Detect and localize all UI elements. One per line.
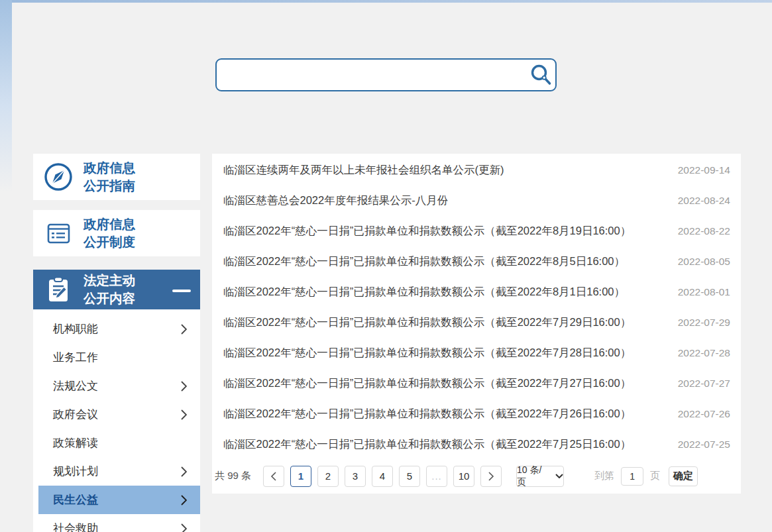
list-item: 临淄区慈善总会2022年度年报结果公示-八月份 2022-08-24 <box>212 186 741 216</box>
news-date: 2022-08-24 <box>678 195 730 207</box>
sidebar-item-organization-functions[interactable]: 机构职能 <box>33 315 200 343</box>
card-label-line2: 公开指南 <box>83 177 135 195</box>
chevron-right-icon <box>181 466 187 477</box>
menu-label: 政府会议 <box>53 407 98 422</box>
news-link[interactable]: 临淄区2022年“慈心一日捐”已捐款单位和捐款数额公示（截至2022年7月28日… <box>223 346 631 360</box>
ledger-icon <box>33 217 83 249</box>
list-item: 临淄区2022年“慈心一日捐”已捐款单位和捐款数额公示（截至2022年7月29日… <box>212 307 741 338</box>
news-date: 2022-07-25 <box>678 439 730 451</box>
goto-page-input[interactable] <box>621 467 643 486</box>
news-link[interactable]: 临淄区2022年“慈心一日捐”已捐款单位和捐款数额公示（截至2022年8月19日… <box>223 224 631 239</box>
news-date: 2022-07-29 <box>678 317 730 329</box>
search-icon <box>529 63 553 87</box>
total-count-label: 共 99 条 <box>215 470 251 482</box>
page-button-10[interactable]: 10 <box>453 466 474 487</box>
chevron-right-icon <box>181 523 187 532</box>
menu-label: 社会救助 <box>53 521 98 532</box>
news-date: 2022-08-05 <box>678 256 730 268</box>
sidebar-submenu: 机构职能 业务工作 法规公文 政府会议 政策解读 规划计划 民生 <box>33 309 200 532</box>
chevron-right-icon <box>181 381 187 392</box>
news-date: 2022-07-28 <box>678 347 730 359</box>
list-item: 临淄区2022年“慈心一日捐”已捐款单位和捐款数额公示（截至2022年7月27日… <box>212 368 741 399</box>
prev-page-button[interactable] <box>263 466 284 487</box>
sidebar-item-regulations-documents[interactable]: 法规公文 <box>33 372 200 400</box>
menu-label: 法规公文 <box>53 378 98 394</box>
search-input[interactable] <box>217 62 526 87</box>
sidebar-item-government-meetings[interactable]: 政府会议 <box>33 400 200 429</box>
goto-page-suffix-label: 页 <box>650 470 660 482</box>
confirm-button[interactable]: 确定 <box>669 466 698 486</box>
card-label-line1: 政府信息 <box>83 159 135 177</box>
page-button-1[interactable]: 1 <box>290 466 311 487</box>
news-link[interactable]: 临淄区慈善总会2022年度年报结果公示-八月份 <box>223 193 448 208</box>
top-gradient-strip <box>0 0 772 3</box>
chevron-down-icon <box>555 474 563 478</box>
chevron-left-icon <box>270 472 277 481</box>
list-item: 临淄区2022年“慈心一日捐”已捐款单位和捐款数额公示（截至2022年8月1日1… <box>212 277 741 307</box>
list-item: 临淄区连续两年及两年以上未年报社会组织名单公示(更新) 2022-09-14 <box>212 155 741 186</box>
sidebar-item-public-welfare[interactable]: 民生公益 <box>38 486 200 514</box>
chevron-right-icon <box>181 324 187 335</box>
menu-label: 民生公益 <box>53 492 98 507</box>
page-button-5[interactable]: 5 <box>399 466 420 487</box>
news-link[interactable]: 临淄区2022年“慈心一日捐”已捐款单位和捐款数额公示（截至2022年7月29日… <box>223 315 631 330</box>
news-date: 2022-07-26 <box>678 408 730 420</box>
page-button-3[interactable]: 3 <box>345 466 366 487</box>
news-link[interactable]: 临淄区2022年“慈心一日捐”已捐款单位和捐款数额公示（截至2022年8月5日1… <box>223 254 625 269</box>
next-page-button[interactable] <box>480 466 502 487</box>
news-list: 临淄区连续两年及两年以上未年报社会组织名单公示(更新) 2022-09-14 临… <box>212 154 741 460</box>
sidebar-item-planning[interactable]: 规划计划 <box>33 457 200 486</box>
news-date: 2022-08-01 <box>678 286 730 298</box>
list-item: 临淄区2022年“慈心一日捐”已捐款单位和捐款数额公示（截至2022年7月26日… <box>212 399 741 429</box>
sidebar: 政府信息 公开指南 政府信息 公开制度 <box>33 154 200 532</box>
news-link[interactable]: 临淄区2022年“慈心一日捐”已捐款单位和捐款数额公示（截至2022年7月26日… <box>223 407 631 421</box>
chevron-right-icon <box>181 409 187 420</box>
list-item: 临淄区2022年“慈心一日捐”已捐款单位和捐款数额公示（截至2022年8月5日1… <box>212 246 741 277</box>
list-item: 临淄区2022年“慈心一日捐”已捐款单位和捐款数额公示（截至2022年8月19日… <box>212 216 741 246</box>
menu-label: 规划计划 <box>53 464 98 479</box>
pagination-bar: 共 99 条 1 2 3 4 5 ... 10 10 条/页 到第 页 确定 <box>212 460 741 492</box>
list-item: 临淄区2022年“慈心一日捐”已捐款单位和捐款数额公示（截至2022年7月25日… <box>212 429 741 460</box>
chevron-right-icon <box>488 472 494 481</box>
goto-page-prefix-label: 到第 <box>594 470 614 482</box>
news-link[interactable]: 临淄区2022年“慈心一日捐”已捐款单位和捐款数额公示（截至2022年7月27日… <box>223 376 631 391</box>
sidebar-item-social-assistance[interactable]: 社会救助 <box>33 514 200 532</box>
clipboard-pen-icon <box>33 274 83 305</box>
page: 政府信息 公开指南 政府信息 公开制度 <box>0 0 772 532</box>
sidebar-card-disclosure-guide[interactable]: 政府信息 公开指南 <box>33 154 200 200</box>
news-date: 2022-09-14 <box>678 164 730 176</box>
search-button[interactable] <box>526 60 555 89</box>
search-bar <box>215 58 557 91</box>
list-item: 临淄区2022年“慈心一日捐”已捐款单位和捐款数额公示（截至2022年7月28日… <box>212 338 741 368</box>
page-size-label: 10 条/页 <box>517 464 551 488</box>
card-label-line1: 政府信息 <box>83 215 135 233</box>
sidebar-item-business-work[interactable]: 业务工作 <box>33 343 200 372</box>
sidebar-item-policy-interpretation[interactable]: 政策解读 <box>33 429 200 457</box>
minus-icon[interactable] <box>172 290 191 292</box>
page-ellipsis-button[interactable]: ... <box>426 466 447 487</box>
left-gradient-strip <box>0 0 12 192</box>
card-label-line2: 公开制度 <box>83 233 135 251</box>
page-size-select[interactable]: 10 条/页 <box>516 466 564 487</box>
news-date: 2022-08-22 <box>678 225 730 237</box>
news-link[interactable]: 临淄区连续两年及两年以上未年报社会组织名单公示(更新) <box>223 163 504 178</box>
chevron-right-icon <box>181 495 187 505</box>
news-date: 2022-07-27 <box>678 378 730 390</box>
menu-label: 政策解读 <box>53 435 98 451</box>
content-panel: 临淄区连续两年及两年以上未年报社会组织名单公示(更新) 2022-09-14 临… <box>212 154 741 494</box>
sidebar-section-statutory-disclosure[interactable]: 法定主动 公开内容 <box>33 270 200 309</box>
compass-icon <box>33 161 83 193</box>
sidebar-card-disclosure-system[interactable]: 政府信息 公开制度 <box>33 210 200 256</box>
menu-label: 业务工作 <box>53 350 98 365</box>
section-label-line1: 法定主动 <box>83 272 135 290</box>
section-label-line2: 公开内容 <box>83 290 135 307</box>
news-link[interactable]: 临淄区2022年“慈心一日捐”已捐款单位和捐款数额公示（截至2022年7月25日… <box>223 437 631 452</box>
page-button-4[interactable]: 4 <box>372 466 393 487</box>
menu-label: 机构职能 <box>53 321 98 337</box>
page-button-2[interactable]: 2 <box>317 466 339 487</box>
news-link[interactable]: 临淄区2022年“慈心一日捐”已捐款单位和捐款数额公示（截至2022年8月1日1… <box>223 285 625 299</box>
